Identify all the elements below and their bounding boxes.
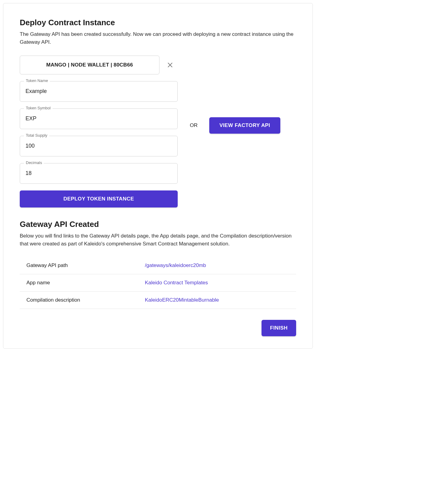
info-label: App name [26,280,145,286]
deploy-subtext: The Gateway API has been created success… [20,30,296,46]
wallet-selector[interactable]: MANGO | NODE WALLET | 80CB66 [20,56,159,74]
deploy-form: MANGO | NODE WALLET | 80CB66 Token Name … [20,56,178,207]
info-label: Compilation description [26,297,145,303]
info-row-compilation: Compilation description KaleidoERC20Mint… [20,292,296,309]
token-name-input[interactable] [20,81,178,102]
gateway-section: Gateway API Created Below you will find … [20,220,296,337]
token-symbol-label: Token Symbol [24,106,53,110]
deploy-card: Deploy Contract Instance The Gateway API… [3,3,313,349]
compilation-link[interactable]: KaleidoERC20MintableBurnable [145,297,219,303]
view-factory-api-button[interactable]: VIEW FACTORY API [209,117,281,134]
or-separator: OR [190,122,198,128]
total-supply-label: Total Supply [24,133,49,138]
info-label: Gateway API path [26,262,145,269]
finish-button[interactable]: FINISH [262,320,296,336]
decimals-input[interactable] [20,163,178,184]
decimals-label: Decimals [24,160,44,165]
app-name-link[interactable]: Kaleido Contract Templates [145,280,208,286]
deploy-heading: Deploy Contract Instance [20,18,296,27]
total-supply-input[interactable] [20,136,178,156]
gateway-info-table: Gateway API path /gateways/kaleidoerc20m… [20,257,296,309]
gateway-subtext: Below you will find links to the Gateway… [20,232,296,248]
token-name-label: Token Name [24,78,50,83]
deploy-row: MANGO | NODE WALLET | 80CB66 Token Name … [20,56,296,207]
wallet-row: MANGO | NODE WALLET | 80CB66 [20,56,178,74]
footer-actions: FINISH [20,320,296,336]
token-name-field: Token Name [20,81,178,102]
decimals-field: Decimals [20,163,178,184]
close-icon[interactable] [167,62,173,68]
token-symbol-field: Token Symbol [20,108,178,129]
gateway-heading: Gateway API Created [20,220,296,229]
deploy-token-button[interactable]: DEPLOY TOKEN INSTANCE [20,190,178,207]
info-row-gateway-api-path: Gateway API path /gateways/kaleidoerc20m… [20,257,296,274]
info-row-app-name: App name Kaleido Contract Templates [20,274,296,292]
gateway-api-path-link[interactable]: /gateways/kaleidoerc20mb [145,262,206,269]
alt-column: OR VIEW FACTORY API [190,117,280,134]
token-symbol-input[interactable] [20,108,178,129]
total-supply-field: Total Supply [20,136,178,156]
